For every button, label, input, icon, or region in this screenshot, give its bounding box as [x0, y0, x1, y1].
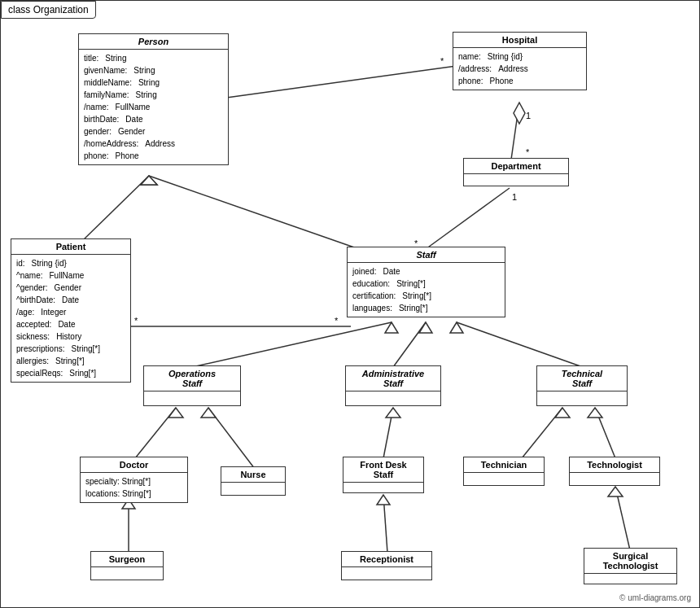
svg-marker-22 — [450, 322, 463, 333]
ops-staff-box: Operations Staff — [143, 365, 241, 406]
svg-line-10 — [82, 176, 149, 241]
hospital-title: Hospital — [453, 33, 586, 48]
svg-line-21 — [457, 322, 583, 367]
svg-text:1: 1 — [526, 111, 531, 120]
svg-text:1: 1 — [512, 192, 517, 202]
svg-text:*: * — [335, 316, 339, 326]
svg-line-37 — [615, 487, 630, 550]
surgeon-box: Surgeon — [90, 551, 164, 580]
diagram-title: class Organization — [1, 1, 96, 19]
surgical-tech-box: Surgical Technologist — [584, 548, 677, 584]
nurse-box: Nurse — [221, 466, 286, 496]
nurse-title: Nurse — [221, 467, 285, 483]
person-box: Person title:String givenName:String mid… — [78, 33, 229, 165]
svg-line-19 — [393, 322, 426, 367]
svg-marker-32 — [588, 408, 602, 418]
svg-line-25 — [208, 408, 255, 469]
svg-line-7 — [426, 188, 510, 249]
receptionist-box: Receptionist — [341, 551, 432, 580]
front-desk-title: Front Desk Staff — [343, 457, 423, 483]
technician-box: Technician — [463, 457, 545, 486]
doctor-attrs: specialty: String[*] locations: String[*… — [81, 473, 187, 502]
svg-marker-11 — [141, 176, 157, 185]
receptionist-title: Receptionist — [342, 552, 431, 567]
svg-marker-24 — [168, 408, 183, 418]
patient-attrs: id:String {id} ^name:FullName ^gender:Ge… — [11, 255, 130, 382]
doctor-title: Doctor — [81, 457, 187, 473]
surgeon-title: Surgeon — [91, 552, 163, 567]
person-title: Person — [79, 34, 228, 50]
svg-marker-20 — [419, 322, 432, 333]
svg-line-17 — [192, 322, 392, 367]
hospital-box: Hospital name:String {id} /address:Addre… — [453, 32, 587, 90]
doctor-box: Doctor specialty: String[*] locations: S… — [80, 457, 188, 503]
department-title: Department — [464, 159, 568, 174]
svg-line-23 — [135, 408, 176, 458]
department-box: Department — [463, 158, 569, 186]
svg-marker-28 — [386, 408, 400, 418]
technician-title: Technician — [464, 457, 544, 473]
svg-marker-4 — [514, 103, 525, 124]
technologist-title: Technologist — [570, 457, 659, 473]
svg-line-12 — [149, 176, 359, 249]
svg-marker-30 — [555, 408, 570, 418]
person-attrs: title:String givenName:String middleName… — [79, 50, 228, 164]
staff-box: Staff joined:Date education:String[*] ce… — [347, 247, 505, 317]
patient-box: Patient id:String {id} ^name:FullName ^g… — [11, 238, 131, 383]
technologist-box: Technologist — [569, 457, 660, 486]
front-desk-box: Front Desk Staff — [343, 457, 424, 493]
admin-staff-box: Administrative Staff — [345, 365, 441, 406]
svg-marker-26 — [201, 408, 216, 418]
svg-line-35 — [383, 495, 387, 553]
svg-line-3 — [511, 103, 519, 160]
svg-text:*: * — [440, 56, 444, 66]
svg-marker-18 — [385, 322, 398, 333]
copyright: © uml-diagrams.org — [619, 593, 691, 602]
patient-title: Patient — [11, 239, 130, 255]
admin-staff-title: Administrative Staff — [346, 366, 440, 391]
surgical-tech-title: Surgical Technologist — [584, 549, 676, 574]
svg-line-27 — [383, 408, 393, 458]
svg-line-29 — [522, 408, 562, 458]
staff-attrs: joined:Date education:String[*] certific… — [348, 263, 505, 317]
ops-staff-title: Operations Staff — [144, 366, 240, 391]
svg-marker-13 — [141, 176, 157, 185]
staff-title: Staff — [348, 247, 505, 263]
svg-marker-36 — [377, 495, 390, 505]
tech-staff-box: Technical Staff — [536, 365, 628, 406]
hospital-attrs: name:String {id} /address:Address phone:… — [453, 48, 586, 90]
svg-line-31 — [595, 408, 615, 458]
svg-marker-38 — [608, 487, 623, 496]
tech-staff-title: Technical Staff — [537, 366, 627, 391]
diagram-container: class Organization * * 1 * 1 * * * — [0, 0, 700, 608]
svg-line-0 — [221, 66, 457, 98]
svg-text:*: * — [526, 147, 530, 157]
svg-text:*: * — [134, 316, 138, 326]
